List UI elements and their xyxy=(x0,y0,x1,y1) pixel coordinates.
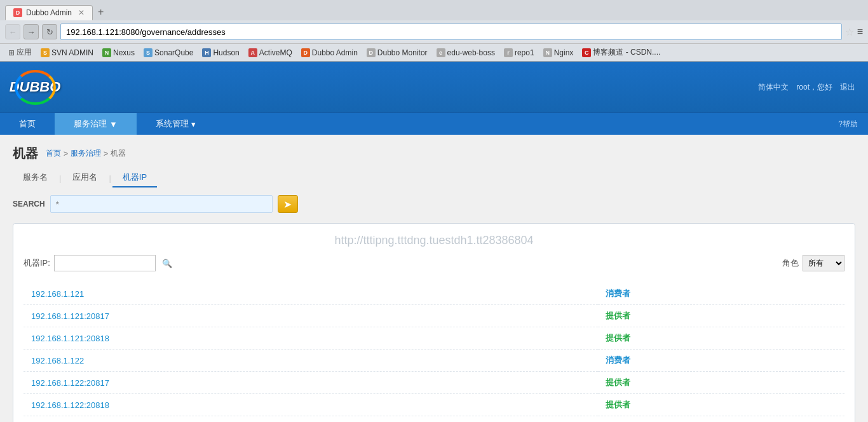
breadcrumb-sep-2: > xyxy=(104,149,108,158)
nexus-icon: N xyxy=(102,48,111,57)
nav-item-home[interactable]: 首页 xyxy=(0,113,55,135)
ip-link[interactable]: 192.168.1.121 xyxy=(31,289,84,299)
tab-title: Dubbo Admin xyxy=(26,8,72,17)
nginx-icon: N xyxy=(543,48,552,57)
ip-link[interactable]: 192.168.1.122:20817 xyxy=(31,378,109,388)
nav-help-link[interactable]: ?帮助 xyxy=(828,114,868,135)
dubbo-monitor-label: Dubbo Monitor xyxy=(377,48,428,57)
table-cell-role: 消费者 xyxy=(598,283,844,305)
bookmark-csdn[interactable]: C 博客频道 - CSDN.... xyxy=(579,46,663,59)
table-row: 192.168.1.121:20818提供者 xyxy=(24,327,844,350)
filter-sep-1: | xyxy=(59,174,61,183)
activemq-icon: A xyxy=(248,48,257,57)
data-table: 192.168.1.121消费者192.168.1.121:20817提供者19… xyxy=(24,283,844,416)
breadcrumb: 首页 > 服务治理 > 机器 xyxy=(46,148,126,159)
nav-system-label: 系统管理 xyxy=(156,118,189,130)
new-tab-btn[interactable]: + xyxy=(93,4,109,20)
nav-item-governance[interactable]: 服务治理 ▼ xyxy=(55,113,137,135)
tab-close-btn[interactable]: ✕ xyxy=(78,8,85,17)
filter-tab-service[interactable]: 服务名 xyxy=(13,168,58,187)
bookmark-dubbo-admin[interactable]: D Dubbo Admin xyxy=(298,47,361,58)
ip-link[interactable]: 192.168.1.122 xyxy=(31,356,84,365)
tab-favicon: D xyxy=(13,8,22,17)
language-switch[interactable]: 简体中文 xyxy=(758,82,789,93)
filter-tab-ip[interactable]: 机器IP xyxy=(112,168,157,187)
bookmark-hudson[interactable]: H Hudson xyxy=(199,47,242,58)
bookmark-nginx[interactable]: N Nginx xyxy=(540,47,577,58)
bookmark-repo1[interactable]: r repo1 xyxy=(501,47,538,58)
page-title: 机器 xyxy=(13,145,38,162)
table-row: 192.168.1.122:20817提供者 xyxy=(24,372,844,394)
bookmark-apps[interactable]: ⊞ 应用 xyxy=(5,46,35,59)
edu-icon: e xyxy=(437,48,445,57)
bookmark-activemq[interactable]: A ActiveMQ xyxy=(245,47,295,58)
search-button[interactable]: ➤ xyxy=(278,195,298,213)
table-row: 192.168.1.122消费者 xyxy=(24,350,844,372)
table-cell-role: 消费者 xyxy=(598,350,844,372)
logo-circle: DUBBO xyxy=(13,68,57,106)
hudson-icon: H xyxy=(202,48,211,57)
filter-tab-app[interactable]: 应用名 xyxy=(62,168,107,187)
tab-bar: D Dubbo Admin ✕ + xyxy=(0,0,868,20)
browser-menu-btn[interactable]: ≡ xyxy=(857,26,863,37)
main-nav: 首页 服务治理 ▼ 系统管理 ▾ ?帮助 xyxy=(0,112,868,135)
ip-filter-label: 机器IP: xyxy=(24,257,50,269)
csdn-label: 博客频道 - CSDN.... xyxy=(593,47,660,58)
breadcrumb-home[interactable]: 首页 xyxy=(46,148,61,159)
role-select[interactable]: 所有 消费者 提供者 xyxy=(803,255,844,271)
table-row: 192.168.1.122:20818提供者 xyxy=(24,394,844,416)
table-cell-ip: 192.168.1.121:20818 xyxy=(24,327,598,350)
bookmarks-bar: ⊞ 应用 S SVN ADMIN N Nexus S SonarQube H H… xyxy=(0,43,868,61)
table-cell-ip: 192.168.1.121 xyxy=(24,283,598,305)
table-cell-role: 提供者 xyxy=(598,327,844,350)
table-cell-ip: 192.168.1.122:20818 xyxy=(24,394,598,416)
nav-item-system[interactable]: 系统管理 ▾ xyxy=(137,113,215,135)
app-header: DUBBO 简体中文 root，您好 退出 xyxy=(0,62,868,112)
search-input[interactable] xyxy=(50,195,273,213)
nav-home-label: 首页 xyxy=(19,118,36,130)
address-input[interactable] xyxy=(60,24,842,40)
filter-sep-2: | xyxy=(109,174,111,183)
activemq-label: ActiveMQ xyxy=(259,48,292,57)
nav-governance-label: 服务治理 xyxy=(74,118,107,130)
ip-link[interactable]: 192.168.1.122:20818 xyxy=(31,400,109,410)
nav-system-arrow: ▾ xyxy=(191,119,196,129)
bookmark-nexus[interactable]: N Nexus xyxy=(99,47,138,58)
ip-link[interactable]: 192.168.1.121:20817 xyxy=(31,311,109,321)
sonar-label: SonarQube xyxy=(154,48,193,57)
csdn-icon: C xyxy=(582,48,591,57)
table-row: 192.168.1.121:20817提供者 xyxy=(24,305,844,327)
back-button[interactable]: ← xyxy=(5,24,20,39)
bookmark-sonarqube[interactable]: S SonarQube xyxy=(140,47,196,58)
ip-filter-input[interactable] xyxy=(54,255,156,271)
bookmark-svn-admin[interactable]: S SVN ADMIN xyxy=(37,47,97,58)
page-title-row: 机器 首页 > 服务治理 > 机器 xyxy=(13,145,855,162)
bookmark-star-btn[interactable]: ☆ xyxy=(845,26,854,38)
browser-chrome: D Dubbo Admin ✕ + ← → ↻ ☆ ≡ ⊞ 应用 S SVN A… xyxy=(0,0,868,62)
logo-area: DUBBO xyxy=(0,62,70,112)
forward-button[interactable]: → xyxy=(24,24,39,39)
table-footer: 共6条记录 xyxy=(24,416,844,422)
app-container: DUBBO 简体中文 root，您好 退出 首页 服务治理 ▼ 系统管理 ▾ ?… xyxy=(0,62,868,422)
svn-icon: S xyxy=(41,48,50,57)
table-filter-row: 机器IP: 🔍 角色 所有 消费者 提供者 xyxy=(24,255,844,276)
browser-tab-active[interactable]: D Dubbo Admin ✕ xyxy=(5,5,93,20)
bookmark-dubbo-monitor[interactable]: D Dubbo Monitor xyxy=(363,47,431,58)
table-cell-ip: 192.168.1.121:20817 xyxy=(24,305,598,327)
search-arrow-icon: ➤ xyxy=(283,198,292,210)
dubbo-monitor-icon: D xyxy=(367,48,376,57)
repo-label: repo1 xyxy=(515,48,534,57)
ip-link[interactable]: 192.168.1.121:20818 xyxy=(31,334,109,343)
breadcrumb-governance[interactable]: 服务治理 xyxy=(71,148,101,159)
logout-link[interactable]: 退出 xyxy=(840,82,855,93)
nginx-label: Nginx xyxy=(554,48,574,57)
ip-search-icon[interactable]: 🔍 xyxy=(159,255,175,271)
edu-label: edu-web-boss xyxy=(447,48,495,57)
sonar-icon: S xyxy=(144,48,153,57)
bookmark-edu-web[interactable]: e edu-web-boss xyxy=(433,47,498,58)
search-row: SEARCH ➤ xyxy=(13,195,855,213)
refresh-button[interactable]: ↻ xyxy=(42,24,57,39)
role-filter-label: 角色 xyxy=(782,257,799,269)
table-cell-role: 提供者 xyxy=(598,394,844,416)
nav-items: 首页 服务治理 ▼ 系统管理 ▾ xyxy=(0,113,215,135)
